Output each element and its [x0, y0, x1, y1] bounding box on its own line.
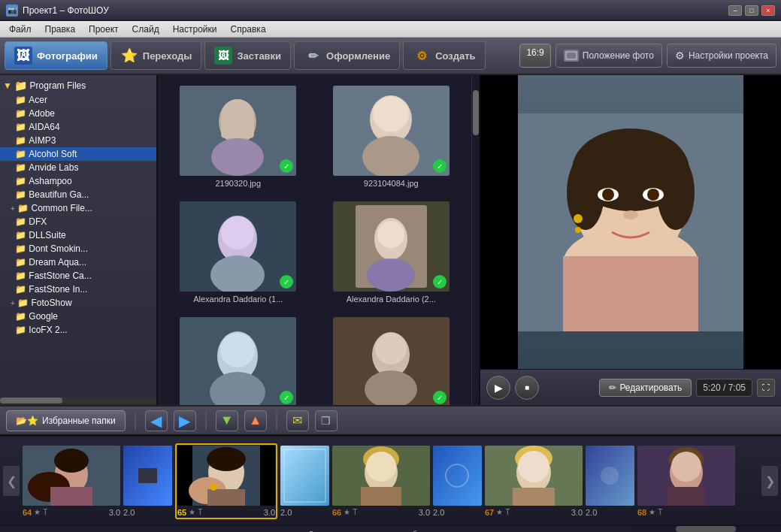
file-tree-scroll[interactable]: ▼ 📁 Program Files 📁 Acer 📁 Adobe 📁 AIDA6… [0, 75, 156, 397]
tab-photos[interactable]: 🖼 Фотографии [5, 41, 107, 70]
project-settings-button[interactable]: ⚙ Настройки проекта [667, 44, 776, 68]
tree-item-alcoholsoft[interactable]: 📁 Alcohol Soft [0, 147, 156, 161]
filmstrip-transition-2[interactable]: 2.0 [280, 446, 329, 517]
svg-rect-77 [667, 487, 705, 506]
music-add-text[interactable]: Дважды кликните для добавления музыки [307, 530, 484, 533]
tree-item-dreamaqua[interactable]: 📁 Dream Aqua... [0, 255, 156, 269]
filmstrip-transition-3[interactable]: 2.0 [433, 446, 482, 517]
tree-item-aimp3[interactable]: 📁 AIMP3 [0, 134, 156, 147]
tree-item-faststoneca[interactable]: 📁 FastStone Ca... [0, 269, 156, 283]
file-browser-grid[interactable]: ✓ 2190320.jpg [158, 75, 471, 405]
filmstrip-item-65[interactable]: 65 ★ T 3.0 [175, 443, 277, 519]
tree-item-acer[interactable]: 📁 Acer [0, 93, 156, 107]
title-left: 📷 Проект1 – ФотоШОУ [6, 5, 109, 17]
ratio-button[interactable]: 16:9 [519, 44, 550, 68]
tab-screensavers-label: Заставки [237, 50, 281, 62]
divider-2 [205, 412, 207, 430]
filmstrip-thumb-t2 [280, 446, 329, 506]
filmstrip-transition-4[interactable]: 2.0 [586, 446, 634, 517]
edit-button[interactable]: ✏ Редактировать [599, 379, 692, 397]
nav-back-button[interactable]: ◀ [145, 410, 168, 431]
filmstrip-item-66[interactable]: 66 ★ T 3.0 [332, 446, 430, 517]
minimize-button[interactable]: – [728, 5, 742, 16]
tree-item-programfiles[interactable]: ▼ 📁 Program Files [0, 78, 156, 93]
filmstrip-item-68[interactable]: 68 ★ T [637, 446, 735, 517]
photo-position-icon [564, 50, 579, 62]
tree-item-icofx2[interactable]: 📁 IcoFX 2... [0, 323, 156, 337]
tree-item-commonfiles[interactable]: + 📁 Common File... [0, 201, 156, 215]
file-check-1: ✓ [433, 159, 447, 173]
svg-rect-70 [513, 488, 555, 506]
menu-edit[interactable]: Правка [39, 23, 82, 36]
screensavers-icon: 🖼 [214, 47, 232, 65]
preview-panel: ▶ ■ ✏ Редактировать 5:20 / 7:05 ⛶ [480, 75, 781, 405]
tree-item-adobe[interactable]: 📁 Adobe [0, 107, 156, 120]
svg-rect-34 [563, 256, 698, 331]
photo-position-button[interactable]: Положение фото [555, 44, 662, 68]
svg-point-57 [210, 483, 217, 491]
tab-design[interactable]: ✏ Оформление [294, 41, 400, 70]
menu-help[interactable]: Справка [224, 23, 271, 36]
file-item-4[interactable]: ✓ Alexandra Daddario.jpeg [165, 314, 311, 405]
vscroll-thumb[interactable] [473, 90, 479, 135]
file-name-3: Alexandra Daddario (2... [347, 295, 436, 304]
tree-item-faststonein[interactable]: 📁 FastStone In... [0, 283, 156, 296]
svg-point-73 [601, 467, 619, 485]
transitions-icon: ⭐ [120, 47, 138, 65]
file-item-2[interactable]: ✓ Alexandra Daddario (1... [165, 198, 311, 307]
maximize-button[interactable]: □ [745, 5, 758, 16]
filmstrip-nav-right[interactable]: ❯ [761, 466, 778, 496]
play-button[interactable]: ▶ [486, 376, 510, 400]
main-content: ▼ 📁 Program Files 📁 Acer 📁 Adobe 📁 AIDA6… [0, 75, 781, 405]
tree-item-google[interactable]: 📁 Google [0, 310, 156, 323]
fullscreen-button[interactable]: ⛶ [757, 379, 775, 397]
file-thumb-4: ✓ [180, 317, 296, 405]
vscroll-track[interactable] [471, 75, 479, 405]
nav-down-button[interactable]: ▼ [216, 410, 238, 431]
copy-icon: ❐ [321, 415, 331, 427]
tree-item-fotoshow[interactable]: + 📁 FotoShow [0, 296, 156, 310]
file-item-5[interactable]: ✓ Alexis Knapp.jpg [319, 314, 465, 405]
file-thumb-2: ✓ [180, 201, 296, 292]
svg-point-44 [54, 449, 89, 473]
menu-file[interactable]: Файл [3, 23, 38, 36]
nav-up-icon: ▲ [249, 413, 262, 428]
divider-3 [276, 412, 277, 430]
filmstrip-thumb-t3 [433, 446, 482, 506]
tree-item-ashampoo[interactable]: 📁 Ashampoo [0, 174, 156, 188]
nav-fwd-button[interactable]: ▶ [174, 410, 196, 431]
file-check-5: ✓ [433, 391, 447, 404]
filmstrip-item-64[interactable]: 64 ★ T 3.0 [23, 446, 120, 517]
tree-item-beautifun[interactable]: 📁 Beautifun Ga... [0, 188, 156, 201]
favorites-button[interactable]: 📂⭐ Избранные папки [6, 410, 126, 431]
tree-item-dllsuite[interactable]: 📁 DLLSuite [0, 228, 156, 242]
file-item-3[interactable]: ✓ Alexandra Daddario (2... [319, 198, 465, 307]
file-item-0[interactable]: ✓ 2190320.jpg [165, 83, 311, 191]
tab-create[interactable]: ⚙ Создать [403, 41, 485, 70]
svg-point-40 [574, 214, 583, 223]
file-item-1[interactable]: ✓ 923104084.jpg [319, 83, 465, 191]
filmstrip-transition-1[interactable]: 2.0 [123, 446, 172, 517]
tree-item-anvide[interactable]: 📁 Anvide Labs [0, 161, 156, 174]
menu-settings[interactable]: Настройки [167, 23, 223, 36]
filmstrip-item-67[interactable]: 67 ★ T 3.0 [485, 446, 583, 517]
svg-rect-46 [50, 487, 92, 506]
tree-item-dfx[interactable]: 📁 DFX [0, 215, 156, 228]
menubar: Файл Правка Проект Слайд Настройки Справ… [0, 21, 781, 38]
svg-rect-49 [138, 468, 157, 483]
filmstrip-nav-left[interactable]: ❮ [3, 466, 20, 496]
tree-item-dontsmokin[interactable]: 📁 Dont Smokin... [0, 242, 156, 255]
menu-project[interactable]: Проект [83, 23, 125, 36]
stop-button[interactable]: ■ [515, 376, 539, 400]
menu-slide[interactable]: Слайд [126, 23, 165, 36]
svg-rect-65 [433, 446, 482, 506]
nav-up-button[interactable]: ▲ [244, 410, 267, 431]
close-button[interactable]: × [761, 5, 775, 16]
tab-transitions[interactable]: ⭐ Переходы [110, 41, 202, 70]
copy-button[interactable]: ❐ [315, 410, 338, 431]
tree-item-aida64[interactable]: 📁 AIDA64 [0, 120, 156, 134]
tab-screensavers[interactable]: 🖼 Заставки [204, 41, 291, 70]
nav-down-icon: ▼ [220, 413, 234, 428]
email-button[interactable]: ✉ [286, 410, 309, 431]
filmstrip-thumb-67 [485, 446, 583, 506]
